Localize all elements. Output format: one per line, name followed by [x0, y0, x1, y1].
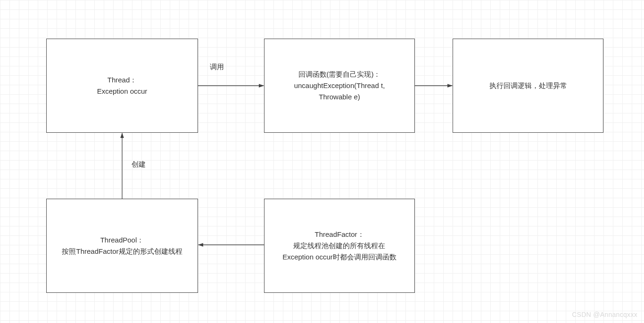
text-line: uncaughtException(Thread t,: [294, 80, 385, 91]
text-line: 按照ThreadFactor规定的形式创建线程: [62, 246, 182, 257]
node-threadpool: ThreadPool： 按照ThreadFactor规定的形式创建线程: [46, 199, 198, 293]
node-thread: Thread： Exception occur: [46, 39, 198, 133]
node-threadfactor: ThreadFactor： 规定线程池创建的所有线程在 Exception oc…: [264, 199, 415, 293]
node-handler-text: 执行回调逻辑，处理异常: [489, 80, 567, 91]
node-callback-text: 回调函数(需要自己实现)： uncaughtException(Thread t…: [294, 69, 385, 103]
node-callback: 回调函数(需要自己实现)： uncaughtException(Thread t…: [264, 39, 415, 133]
text-line: ThreadFactor：: [282, 229, 396, 240]
text-line: Thread：: [97, 74, 148, 86]
node-threadpool-text: ThreadPool： 按照ThreadFactor规定的形式创建线程: [62, 234, 182, 257]
text-line: 回调函数(需要自己实现)：: [294, 69, 385, 80]
text-line: ThreadPool：: [62, 234, 182, 246]
node-handler: 执行回调逻辑，处理异常: [453, 39, 603, 133]
edge-label-call: 调用: [210, 63, 224, 72]
node-thread-text: Thread： Exception occur: [97, 74, 148, 97]
text-line: Exception occur时都会调用回调函数: [282, 251, 396, 263]
text-line: 规定线程池创建的所有线程在: [282, 240, 396, 251]
node-threadfactor-text: ThreadFactor： 规定线程池创建的所有线程在 Exception oc…: [282, 229, 396, 263]
text-line: 执行回调逻辑，处理异常: [489, 80, 567, 91]
text-line: Exception occur: [97, 86, 148, 97]
text-line: Throwable e): [294, 91, 385, 103]
watermark: CSDN @Annancqxxx: [572, 311, 637, 318]
edge-label-create: 创建: [132, 160, 146, 169]
